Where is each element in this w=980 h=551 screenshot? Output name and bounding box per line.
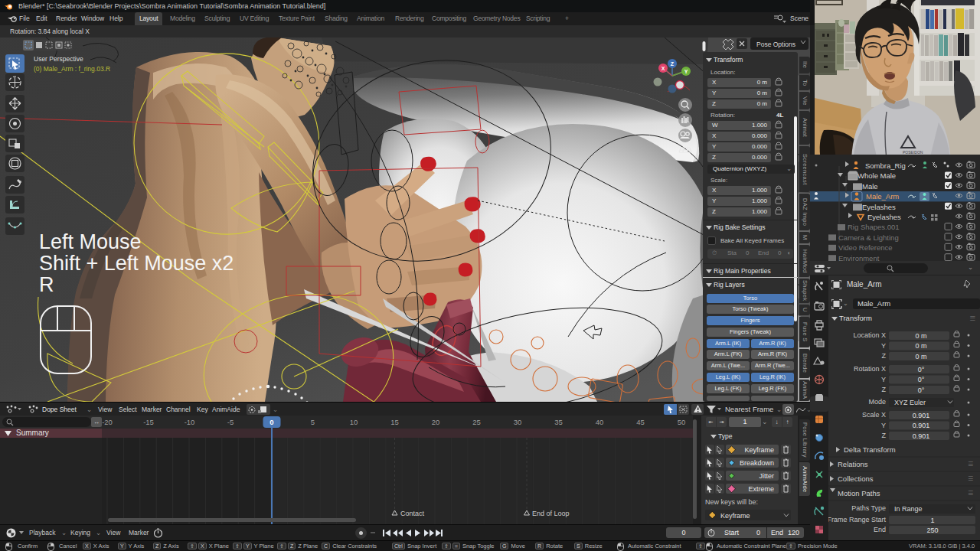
- svg-text:☰: ☰: [968, 461, 973, 468]
- svg-text:40: 40: [596, 418, 604, 426]
- svg-text:50: 50: [678, 418, 686, 426]
- svg-text:☰: ☰: [968, 490, 973, 497]
- svg-text:0.901: 0.901: [913, 412, 930, 419]
- svg-text:Collections: Collections: [838, 474, 874, 483]
- svg-text:Motion Paths: Motion Paths: [838, 489, 880, 497]
- svg-text:Rig Shapes.001: Rig Shapes.001: [848, 223, 900, 231]
- svg-text:0°: 0°: [918, 366, 925, 373]
- svg-text:-10: -10: [185, 418, 195, 426]
- svg-text:10: 10: [350, 418, 358, 426]
- svg-text:Y: Y: [881, 376, 886, 383]
- svg-text:Left Mouse: Left Mouse: [39, 230, 142, 253]
- svg-text:Z: Z: [882, 432, 887, 439]
- svg-text:0: 0: [270, 418, 273, 426]
- svg-text:25: 25: [472, 418, 481, 426]
- svg-text:Rotation X: Rotation X: [854, 365, 886, 373]
- svg-text:1: 1: [930, 517, 934, 524]
- svg-text:Scale X: Scale X: [862, 411, 886, 419]
- svg-text:Breakdown: Breakdown: [740, 459, 774, 467]
- svg-text:Mode: Mode: [868, 398, 886, 406]
- svg-text:Y: Y: [881, 342, 886, 350]
- svg-text:Location X: Location X: [853, 331, 886, 339]
- svg-text:Keyframe: Keyframe: [720, 512, 750, 520]
- svg-text:Sombra_Rig: Sombra_Rig: [865, 161, 906, 170]
- svg-text:User Perspective: User Perspective: [34, 55, 83, 63]
- svg-text:20: 20: [432, 418, 440, 426]
- svg-text:Paths Type: Paths Type: [851, 504, 886, 512]
- svg-text:0 m: 0 m: [915, 342, 926, 350]
- svg-text:Extreme: Extreme: [748, 485, 774, 493]
- svg-text:Z: Z: [882, 386, 887, 393]
- svg-text:-20: -20: [102, 418, 113, 426]
- svg-text:45: 45: [636, 418, 645, 426]
- svg-text:R: R: [39, 273, 54, 296]
- svg-text:Male: Male: [862, 182, 878, 191]
- svg-text:Environment: Environment: [838, 254, 880, 261]
- svg-text:XYZ Euler: XYZ Euler: [894, 399, 926, 406]
- svg-text:0.901: 0.901: [913, 432, 930, 440]
- svg-text:-15: -15: [143, 418, 154, 426]
- svg-text:End: End: [874, 526, 886, 533]
- svg-text:Y: Y: [684, 69, 688, 74]
- svg-text:0°: 0°: [918, 376, 925, 383]
- svg-text:Contact: Contact: [400, 510, 425, 517]
- svg-text:New keys will be:: New keys will be:: [705, 498, 758, 506]
- svg-text:Z: Z: [671, 61, 675, 67]
- svg-text:35: 35: [554, 418, 563, 426]
- svg-text:Whole Male: Whole Male: [858, 171, 896, 180]
- svg-text:30: 30: [514, 418, 522, 426]
- svg-text:(0) Male_Arm : f_ring.03.R: (0) Male_Arm : f_ring.03.R: [34, 65, 110, 73]
- svg-text:Keyframe: Keyframe: [744, 446, 774, 454]
- svg-text:Jitter: Jitter: [759, 472, 774, 480]
- svg-text:Shift + Left Mouse x2: Shift + Left Mouse x2: [39, 252, 234, 275]
- svg-text:Y: Y: [881, 422, 886, 429]
- svg-text:X: X: [662, 66, 665, 71]
- svg-text:Eyelashes: Eyelashes: [867, 213, 901, 221]
- svg-text:Delta Transform: Delta Transform: [844, 445, 896, 454]
- svg-text:0.901: 0.901: [913, 422, 930, 429]
- svg-text:Camera & Lighting: Camera & Lighting: [838, 233, 899, 242]
- svg-text:0 m: 0 m: [915, 353, 926, 360]
- svg-text:Frame Range Start: Frame Range Start: [827, 516, 886, 523]
- svg-text:Z: Z: [882, 352, 887, 360]
- svg-text:Pose Options: Pose Options: [756, 41, 795, 48]
- svg-text:5: 5: [311, 418, 315, 426]
- svg-text:-5: -5: [227, 418, 234, 426]
- svg-text:15: 15: [390, 418, 399, 426]
- svg-text:Male_Arm: Male_Arm: [866, 192, 899, 201]
- svg-text:0 m: 0 m: [915, 332, 926, 340]
- svg-text:Relations: Relations: [838, 460, 868, 468]
- svg-text:Eyelashes: Eyelashes: [862, 203, 896, 211]
- svg-text:0°: 0°: [918, 386, 925, 394]
- svg-text:End of Loop: End of Loop: [532, 510, 570, 517]
- svg-text:☰: ☰: [968, 475, 973, 482]
- svg-text:In Range: In Range: [894, 505, 923, 513]
- svg-text:Video Reference: Video Reference: [838, 243, 893, 252]
- svg-text:250: 250: [926, 527, 938, 534]
